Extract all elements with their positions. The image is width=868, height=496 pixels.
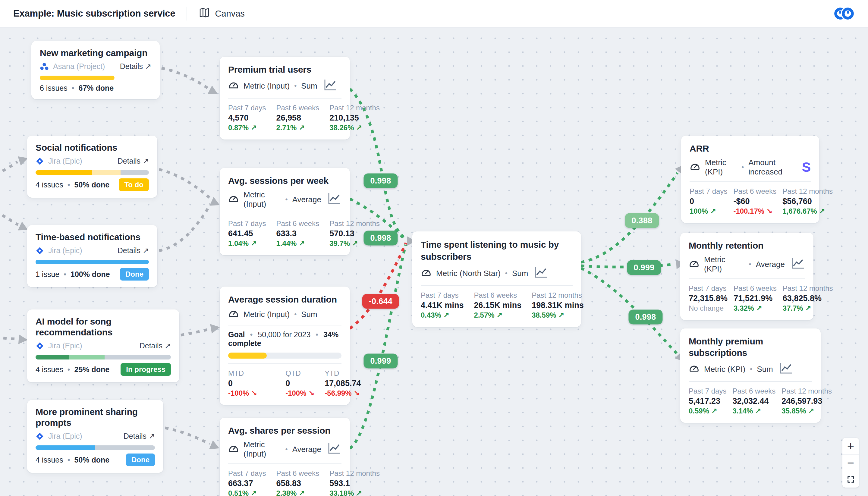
arrowhead-premium xyxy=(207,86,220,98)
details-link[interactable]: Details ↗ xyxy=(118,246,149,255)
period-label: Past 6 weeks xyxy=(733,187,776,196)
period-column: Past 6 weeks 26,958 2.71% ↗ xyxy=(276,103,319,132)
period-value: -$60 xyxy=(733,196,776,207)
goal-line: Goal • 50,000 for 2023 • 34% complete xyxy=(228,330,341,348)
strategy-canvas[interactable]: 0.998 0.998 -0.644 0.999 0.388 0.999 0.9… xyxy=(0,27,868,496)
period-column: Past 6 weeks 71,521.9% 3.32% ↗ xyxy=(733,284,777,313)
divider xyxy=(228,98,341,98)
jira-icon xyxy=(35,432,44,440)
done-percent: 25% done xyxy=(74,365,109,374)
details-link[interactable]: Details ↗ xyxy=(124,432,155,440)
edge-duration-northstar xyxy=(350,243,406,328)
edge-marketing-premium xyxy=(161,68,208,89)
period-delta: 38.59% ↗ xyxy=(532,311,584,320)
edge-stub-social xyxy=(0,162,17,174)
period-value: 71,521.9% xyxy=(733,293,777,304)
doubleloop-logo[interactable] xyxy=(834,6,855,21)
gauge-icon xyxy=(228,194,239,205)
period-delta: 2.71% ↗ xyxy=(276,123,319,132)
period-value: 26,958 xyxy=(276,112,319,123)
details-link[interactable]: Details ↗ xyxy=(118,157,149,166)
period-column: Past 12 months $56,760 1,676.67% ↗ xyxy=(782,187,833,216)
issues-count: 6 issues xyxy=(40,84,67,93)
separator-dot: • xyxy=(741,163,744,171)
period-label: MTD xyxy=(228,369,257,378)
period-value: 32,032.44 xyxy=(732,396,775,406)
project-card-social-notifications[interactable]: Social notifications Jira (Epic) Details… xyxy=(27,136,157,198)
metric-aggregation: Sum xyxy=(301,81,317,91)
line-chart-icon[interactable] xyxy=(534,266,548,281)
period-column: Past 6 weeks -$60 -100.17% ↘ xyxy=(733,187,776,216)
correlation-badge: 0.998 xyxy=(629,310,663,325)
period-delta: No change xyxy=(689,304,728,313)
correlation-badge: 0.999 xyxy=(627,260,661,275)
metric-card-avg-sessions-per-week[interactable]: Avg. sessions per week Metric (Input) • … xyxy=(220,168,350,255)
done-percent: 50% done xyxy=(74,455,109,464)
project-card-new-marketing-campaign[interactable]: New marketing campaign Asana (Project) D… xyxy=(31,41,160,99)
divider xyxy=(228,325,341,325)
metric-card-arr[interactable]: ARR Metric (KPI) • Amount increased S Pa… xyxy=(681,136,819,223)
details-link[interactable]: Details ↗ xyxy=(120,62,151,71)
metric-kind: Metric (KPI) xyxy=(705,158,737,176)
card-title: Time spent listening to music by subscri… xyxy=(421,239,573,263)
separator-dot: • xyxy=(285,196,288,204)
period-label: Past 12 months xyxy=(329,103,380,112)
period-label: Past 12 months xyxy=(781,387,832,396)
period-column: YTD 17,085.74 -56.99% ↘ xyxy=(325,369,361,398)
asana-icon xyxy=(40,62,49,71)
edge-social-sessions xyxy=(159,169,211,198)
separator-dot: • xyxy=(505,269,508,278)
metric-card-monthly-retention[interactable]: Monthly retention Metric (KPI) • Average… xyxy=(680,233,813,320)
project-card-sharing-prompts[interactable]: More prominent sharing prompts Jira (Epi… xyxy=(27,400,164,473)
gauge-icon xyxy=(689,259,699,270)
canvas-zoom-controls: + − xyxy=(842,438,859,487)
divider xyxy=(689,182,811,182)
line-chart-icon[interactable] xyxy=(791,257,805,272)
metric-card-time-spent-listening[interactable]: Time spent listening to music by subscri… xyxy=(412,231,581,327)
line-chart-icon[interactable] xyxy=(328,192,341,207)
period-value: 26.15K mins xyxy=(474,300,522,311)
period-value: 0 xyxy=(285,378,314,389)
issues-count: 1 issue xyxy=(35,270,59,279)
fullscreen-button[interactable] xyxy=(842,471,859,487)
metric-card-average-session-duration[interactable]: Average session duration Metric (Input) … xyxy=(220,286,350,405)
period-delta: 37.7% ↗ xyxy=(783,304,833,313)
period-delta: 2.57% ↗ xyxy=(474,311,522,320)
period-column: Past 7 days 5,417.23 0.59% ↗ xyxy=(689,387,726,416)
line-chart-icon[interactable] xyxy=(324,79,338,93)
project-card-time-based-notifications[interactable]: Time-based notifications Jira (Epic) Det… xyxy=(27,225,157,287)
divider xyxy=(228,214,341,214)
line-chart-icon[interactable] xyxy=(779,362,793,376)
zoom-in-button[interactable]: + xyxy=(842,438,859,454)
details-link[interactable]: Details ↗ xyxy=(140,341,171,350)
period-value: 633.3 xyxy=(276,228,319,239)
card-title: Average session duration xyxy=(228,294,341,305)
metric-kind: Metric (Input) xyxy=(244,81,290,91)
meta-separator: • xyxy=(64,270,66,279)
period-column: Past 6 weeks 26.15K mins 2.57% ↗ xyxy=(474,291,522,320)
tab-canvas[interactable]: Canvas xyxy=(199,7,245,20)
period-delta: 0.59% ↗ xyxy=(689,406,726,416)
arrowhead-shares xyxy=(209,440,221,453)
edge-sharing-shares xyxy=(165,428,210,444)
project-card-ai-model[interactable]: AI model for song recommendations Jira (… xyxy=(27,309,179,383)
separator-dot: • xyxy=(250,330,253,339)
separator-dot: • xyxy=(750,365,752,373)
meta-separator: • xyxy=(72,84,75,93)
period-value: 198.31K mins xyxy=(532,300,584,311)
metric-card-avg-shares-per-session[interactable]: Avg. shares per session Metric (Input) •… xyxy=(220,418,350,496)
line-chart-icon[interactable] xyxy=(328,443,341,456)
period-label: Past 6 weeks xyxy=(732,387,775,396)
source-label: Jira (Epic) xyxy=(48,341,82,350)
edge-timebased-sessions xyxy=(159,204,211,251)
metric-card-premium-trial-users[interactable]: Premium trial users Metric (Input) • Sum… xyxy=(220,57,350,140)
edge-shares-northstar xyxy=(350,245,406,448)
period-delta: -56.99% ↘ xyxy=(325,389,361,398)
zoom-out-button[interactable]: − xyxy=(842,454,859,471)
metric-aggregation: Average xyxy=(756,260,785,269)
metric-kind: Metric (KPI) xyxy=(704,255,744,274)
edge-aimodel-duration xyxy=(181,329,210,335)
correlation-badge: 0.998 xyxy=(363,231,398,246)
metric-card-monthly-premium-subscriptions[interactable]: Monthly premium subscriptions Metric (KP… xyxy=(680,328,821,423)
correlation-badge: 0.999 xyxy=(363,354,398,369)
